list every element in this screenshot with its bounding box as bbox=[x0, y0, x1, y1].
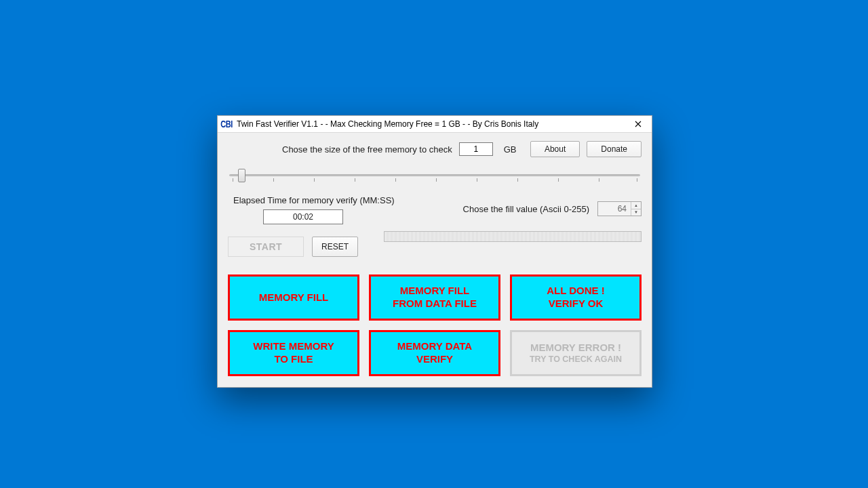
panel-label: VERIFY OK bbox=[549, 298, 604, 310]
fill-value-row: Chose the fill value (Ascii 0-255) ▲ ▼ bbox=[463, 201, 642, 216]
close-icon bbox=[635, 121, 642, 127]
reset-button[interactable]: RESET bbox=[312, 237, 358, 257]
size-unit: GB bbox=[504, 144, 517, 155]
panel-label: ALL DONE ! bbox=[547, 285, 605, 298]
size-label: Chose the size of the free memory to che… bbox=[282, 144, 452, 155]
panel-memory-data-verify: MEMORY DATA VERIFY bbox=[369, 330, 500, 376]
size-slider-wrap bbox=[229, 167, 640, 183]
panel-memory-error: MEMORY ERROR ! TRY TO CHECK AGAIN bbox=[510, 330, 642, 376]
fill-value-input[interactable] bbox=[598, 202, 631, 216]
panel-label: MEMORY ERROR ! bbox=[530, 342, 621, 354]
app-window: CBI Twin Fast Verifier V1.1 - - Max Chec… bbox=[217, 115, 652, 388]
client-area: Chose the size of the free memory to che… bbox=[218, 133, 652, 387]
app-icon: CBI bbox=[220, 119, 233, 129]
panel-label: TRY TO CHECK AGAIN bbox=[530, 354, 622, 365]
panel-label: TO FILE bbox=[274, 353, 313, 366]
titlebar: CBI Twin Fast Verifier V1.1 - - Max Chec… bbox=[218, 116, 652, 133]
panel-label: MEMORY FILL bbox=[259, 291, 329, 304]
panel-label: FROM DATA FILE bbox=[393, 298, 477, 310]
fill-value-label: Chose the fill value (Ascii 0-255) bbox=[463, 204, 589, 214]
panel-memory-fill: MEMORY FILL bbox=[228, 274, 359, 321]
status-panels: MEMORY FILL MEMORY FILL FROM DATA FILE A… bbox=[228, 274, 642, 376]
spinner-down-icon[interactable]: ▼ bbox=[631, 209, 641, 216]
panel-memory-fill-from-file: MEMORY FILL FROM DATA FILE bbox=[369, 274, 500, 321]
panel-label: MEMORY FILL bbox=[400, 285, 470, 298]
size-input[interactable] bbox=[459, 142, 493, 156]
panel-label: MEMORY DATA bbox=[397, 340, 472, 353]
size-row: Chose the size of the free memory to che… bbox=[228, 141, 642, 157]
donate-button[interactable]: Donate bbox=[587, 141, 642, 157]
panel-all-done: ALL DONE ! VERIFY OK bbox=[510, 274, 642, 321]
size-slider[interactable] bbox=[229, 167, 640, 183]
panel-label: VERIFY bbox=[416, 353, 453, 366]
close-button[interactable] bbox=[625, 116, 652, 132]
panel-label: WRITE MEMORY bbox=[253, 340, 334, 353]
spinner-up-icon[interactable]: ▲ bbox=[631, 202, 641, 209]
panel-write-memory-to-file: WRITE MEMORY TO FILE bbox=[228, 330, 359, 376]
start-button[interactable]: START bbox=[228, 237, 304, 257]
window-title: Twin Fast Verifier V1.1 - - Max Checking… bbox=[237, 119, 625, 129]
fill-value-spinner[interactable]: ▲ ▼ bbox=[597, 201, 642, 216]
elapsed-value: 00:02 bbox=[263, 209, 343, 224]
progress-bar bbox=[384, 231, 642, 242]
about-button[interactable]: About bbox=[530, 141, 580, 157]
